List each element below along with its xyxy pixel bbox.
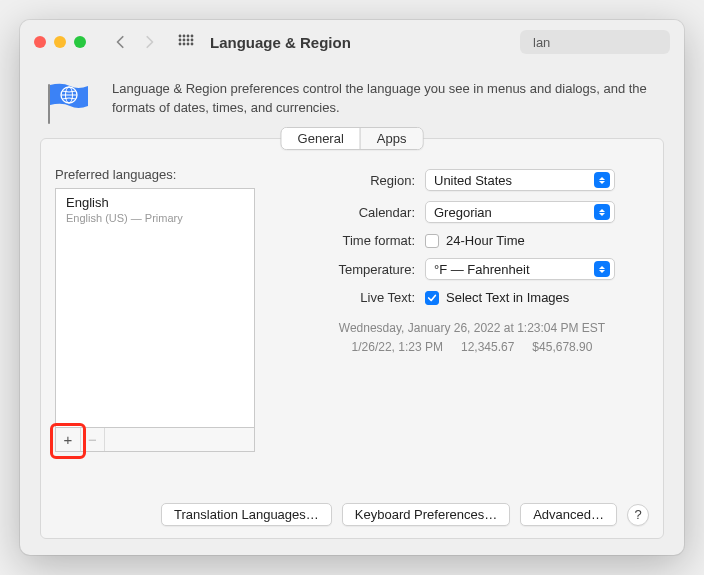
- search-input[interactable]: [531, 34, 684, 51]
- page-title: Language & Region: [210, 34, 351, 51]
- caret-icon: [594, 172, 610, 188]
- tab-apps[interactable]: Apps: [360, 128, 423, 149]
- svg-point-5: [183, 39, 186, 42]
- remove-language-button[interactable]: −: [80, 428, 104, 451]
- list-item-sub: English (US) — Primary: [66, 212, 244, 224]
- titlebar: Language & Region: [20, 20, 684, 64]
- temp-value: °F — Fahrenheit: [434, 262, 530, 277]
- close-window-button[interactable]: [34, 36, 46, 48]
- nav-arrows: [114, 35, 156, 49]
- svg-point-3: [191, 35, 194, 38]
- window-controls: [34, 36, 86, 48]
- content: Language & Region preferences control th…: [20, 64, 684, 555]
- temp-select[interactable]: °F — Fahrenheit: [425, 258, 615, 280]
- svg-point-9: [183, 43, 186, 46]
- calendar-label: Calendar:: [295, 205, 425, 220]
- sample-number: 12,345.67: [461, 338, 514, 357]
- caret-icon: [594, 204, 610, 220]
- settings-panel: General Apps Preferred languages: Englis…: [40, 138, 664, 539]
- calendar-value: Gregorian: [434, 205, 492, 220]
- list-footer: + −: [55, 428, 255, 452]
- list-item[interactable]: English English (US) — Primary: [56, 189, 254, 228]
- prefpane-flag-icon: [42, 80, 96, 126]
- help-button[interactable]: ?: [627, 504, 649, 526]
- keyboard-preferences-button[interactable]: Keyboard Preferences…: [342, 503, 510, 526]
- livetext-checkbox[interactable]: [425, 291, 439, 305]
- sample-long-date: Wednesday, January 26, 2022 at 1:23:04 P…: [295, 319, 649, 338]
- temp-label: Temperature:: [295, 262, 425, 277]
- list-item-name: English: [66, 195, 244, 210]
- zoom-window-button[interactable]: [74, 36, 86, 48]
- timefmt-checkbox[interactable]: [425, 234, 439, 248]
- svg-point-2: [187, 35, 190, 38]
- region-select[interactable]: United States: [425, 169, 615, 191]
- sample-short-date: 1/26/22, 1:23 PM: [352, 338, 443, 357]
- minimize-window-button[interactable]: [54, 36, 66, 48]
- region-value: United States: [434, 173, 512, 188]
- calendar-select[interactable]: Gregorian: [425, 201, 615, 223]
- svg-point-0: [179, 35, 182, 38]
- translation-languages-button[interactable]: Translation Languages…: [161, 503, 332, 526]
- forward-button[interactable]: [142, 35, 156, 49]
- svg-point-1: [183, 35, 186, 38]
- svg-rect-14: [48, 84, 50, 124]
- livetext-cb-label: Select Text in Images: [446, 290, 569, 305]
- svg-point-10: [187, 43, 190, 46]
- svg-point-4: [179, 39, 182, 42]
- svg-point-6: [187, 39, 190, 42]
- search-field[interactable]: [520, 30, 670, 54]
- livetext-label: Live Text:: [295, 290, 425, 305]
- format-sample: Wednesday, January 26, 2022 at 1:23:04 P…: [295, 319, 649, 357]
- timefmt-label: Time format:: [295, 233, 425, 248]
- sample-currency: $45,678.90: [532, 338, 592, 357]
- region-label: Region:: [295, 173, 425, 188]
- pane-description: Language & Region preferences control th…: [112, 80, 662, 118]
- tab-general[interactable]: General: [282, 128, 360, 149]
- timefmt-cb-label: 24-Hour Time: [446, 233, 525, 248]
- svg-point-8: [179, 43, 182, 46]
- preferred-languages-label: Preferred languages:: [55, 167, 255, 182]
- prefs-window: Language & Region Lan: [20, 20, 684, 555]
- back-button[interactable]: [114, 35, 128, 49]
- preferred-languages-list[interactable]: English English (US) — Primary: [55, 188, 255, 428]
- svg-point-11: [191, 43, 194, 46]
- advanced-button[interactable]: Advanced…: [520, 503, 617, 526]
- caret-icon: [594, 261, 610, 277]
- tab-control: General Apps: [281, 127, 424, 150]
- show-all-icon[interactable]: [178, 34, 194, 50]
- add-language-button[interactable]: +: [56, 428, 80, 451]
- svg-point-7: [191, 39, 194, 42]
- bottom-buttons: Translation Languages… Keyboard Preferen…: [161, 503, 649, 526]
